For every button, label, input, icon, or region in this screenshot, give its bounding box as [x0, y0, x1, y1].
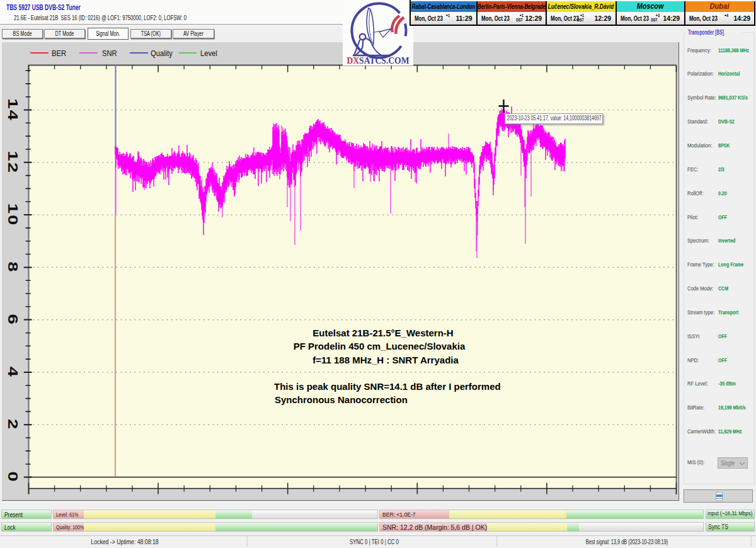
svg-text:4: 4	[6, 367, 20, 378]
svg-text:10: 10	[6, 203, 20, 227]
svg-text:DXSATCS.COM: DXSATCS.COM	[347, 55, 410, 66]
svg-text:8: 8	[6, 261, 20, 273]
svg-text:0: 0	[6, 471, 20, 482]
svg-text:12: 12	[6, 151, 20, 174]
svg-text:14: 14	[6, 98, 20, 122]
svg-text:2: 2	[6, 419, 20, 430]
svg-text:6: 6	[6, 314, 20, 325]
